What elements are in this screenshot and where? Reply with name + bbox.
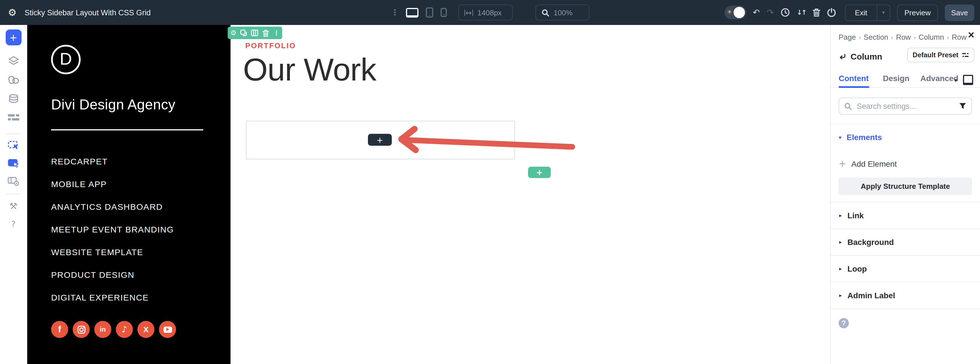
section-admin-label[interactable]: ▸ Admin Label — [830, 282, 980, 309]
click-mode-icon[interactable] — [7, 158, 19, 169]
breadcrumb-inner-row[interactable]: Row — [952, 33, 967, 41]
brand-name: Divi Design Agency — [51, 97, 175, 113]
nav-item-analytics-dashboard[interactable]: ANALYTICS DASHBOARD — [51, 203, 174, 212]
exit-chevron-down-icon[interactable]: ▾ — [877, 9, 890, 15]
search-settings-input[interactable] — [856, 101, 955, 111]
sidebar-nav: REDCARPET MOBILE APP ANALYTICS DASHBOARD… — [51, 157, 174, 302]
linkedin-icon[interactable]: in — [94, 321, 111, 338]
builder-left-toolbar: + — [0, 25, 27, 364]
facebook-icon[interactable]: f — [51, 321, 68, 338]
breadcrumb: Page › Section › Row › Column › Row — [838, 33, 967, 41]
viewport-controls: ⋮ ↔ 1408px 100% — [391, 0, 589, 25]
section-background[interactable]: ▸ Background — [830, 229, 980, 256]
tab-content[interactable]: Content — [838, 74, 869, 83]
trash-icon[interactable] — [813, 8, 821, 17]
breadcrumb-page[interactable]: Page — [838, 33, 856, 41]
sidebar-divider — [51, 129, 203, 130]
panel-sections: ▸ Link ▸ Background ▸ Loop ▸ Admin Label — [830, 202, 980, 309]
instagram-icon[interactable] — [73, 321, 90, 338]
active-tab-underline — [838, 86, 869, 88]
desktop-edit-mode-icon[interactable] — [963, 75, 973, 85]
history-clock-icon[interactable] — [781, 8, 790, 17]
nav-item-digital-experience[interactable]: DIGITAL EXPERIENCE — [51, 293, 174, 302]
phone-view-icon[interactable] — [441, 8, 447, 17]
tabs-chevron-down-icon[interactable]: ▾ — [955, 77, 957, 83]
tiktok-icon[interactable]: ♪ — [116, 321, 133, 338]
columns-icon[interactable] — [251, 30, 259, 36]
section-settings-gear-icon[interactable]: ⚙ — [230, 30, 237, 36]
toggle-knob — [733, 7, 745, 18]
search-icon — [844, 102, 852, 110]
breadcrumb-row[interactable]: Row — [896, 33, 911, 41]
nav-item-meetup-event-branding[interactable]: MEETUP EVENT BRANDING — [51, 225, 174, 234]
add-row-button[interactable]: + — [528, 167, 551, 178]
chevron-right-icon: ▸ — [839, 239, 842, 245]
help-icon[interactable]: ? — [11, 220, 16, 229]
breadcrumb-separator: › — [859, 34, 861, 41]
close-panel-icon[interactable]: × — [968, 30, 974, 40]
width-arrows-icon: ↔ — [465, 9, 473, 16]
shapes-icon[interactable] — [8, 75, 19, 84]
breadcrumb-section[interactable]: Section — [864, 33, 888, 41]
builder-canvas: ⚙ ⋮ PORTFOLIO Our Work + + — [231, 25, 830, 364]
panel-divider — [830, 123, 980, 124]
insert-module-button[interactable]: + — [368, 134, 392, 146]
tab-design[interactable]: Design — [883, 74, 909, 83]
x-twitter-icon[interactable]: X — [137, 321, 154, 338]
portability-power-icon[interactable] — [827, 8, 836, 17]
chevron-right-icon: ▸ — [839, 293, 842, 298]
exit-button[interactable]: Exit — [845, 8, 877, 17]
theme-toggle[interactable]: ☀ — [724, 6, 746, 19]
social-links: f in ♪ X — [51, 321, 176, 338]
builder-actions: ☀ ↶ ↷ ↓↑ Exit ▾ Preview Save — [724, 0, 974, 25]
layout-rows-icon[interactable] — [8, 114, 19, 122]
preview-button[interactable]: Preview — [897, 4, 938, 21]
add-module-button[interactable]: + — [5, 30, 21, 45]
duplicate-icon[interactable] — [240, 30, 247, 36]
drag-handle-dots-icon[interactable]: ⋮ — [391, 7, 399, 17]
redo-icon[interactable]: ↷ — [767, 8, 774, 17]
section-link[interactable]: ▸ Link — [830, 203, 980, 229]
default-preset-button[interactable]: Default Preset — [908, 47, 974, 62]
chevron-right-icon: ▸ — [839, 266, 842, 272]
search-settings-field — [838, 98, 972, 114]
breadcrumb-column[interactable]: Column — [919, 33, 944, 41]
back-arrow-icon[interactable] — [838, 53, 846, 60]
divi-logo: D — [51, 45, 81, 74]
tab-advanced[interactable]: Advanced — [920, 74, 958, 83]
section-drag-dots-icon[interactable]: ⋮ — [274, 30, 280, 36]
apply-structure-template-button[interactable]: Apply Structure Template — [838, 177, 972, 195]
filter-funnel-icon[interactable] — [959, 103, 966, 109]
tools-wrench-icon[interactable]: ⚒ — [10, 202, 18, 211]
save-button[interactable]: Save — [945, 4, 974, 21]
panel-help-icon[interactable]: ? — [838, 318, 849, 328]
layers-icon[interactable] — [8, 56, 19, 65]
page-settings-gear-icon[interactable]: ⚙ — [8, 8, 17, 17]
section-loop[interactable]: ▸ Loop — [830, 256, 980, 282]
eyebrow-text: PORTFOLIO — [245, 41, 296, 50]
delete-section-trash-icon[interactable] — [262, 29, 269, 36]
nav-item-redcarpet[interactable]: REDCARPET — [51, 157, 174, 166]
desktop-view-icon[interactable] — [406, 8, 418, 17]
reorder-arrows-icon[interactable]: ↓↑ — [797, 9, 806, 16]
panel-tabs: Content Design Advanced ▾ — [830, 71, 980, 88]
settings-panel: Page › Section › Row › Column › Row × Co… — [830, 25, 980, 364]
tablet-view-icon[interactable] — [426, 7, 433, 17]
add-element-button[interactable]: + Add Element — [838, 159, 897, 168]
page-heading: Our Work — [243, 52, 376, 87]
canvas-zoom-value: 100% — [554, 8, 573, 17]
youtube-icon[interactable] — [159, 321, 176, 338]
top-bar: ⚙ Sticky Sidebar Layout With CSS Grid ⋮ … — [0, 0, 980, 25]
sun-icon: ☀ — [727, 8, 732, 16]
nav-item-product-design[interactable]: PRODUCT DESIGN — [51, 271, 174, 280]
canvas-zoom-input[interactable]: 100% — [535, 5, 589, 21]
undo-icon[interactable]: ↶ — [752, 8, 760, 17]
nav-item-mobile-app[interactable]: MOBILE APP — [51, 180, 174, 189]
elements-section-header[interactable]: ▾ Elements — [838, 133, 882, 142]
database-icon[interactable] — [8, 94, 19, 103]
nav-item-website-template[interactable]: WEBSITE TEMPLATE — [51, 248, 174, 257]
breadcrumb-separator: › — [913, 34, 916, 41]
preview-box-eye-icon[interactable] — [7, 177, 19, 186]
hover-mode-icon[interactable] — [7, 140, 19, 150]
canvas-width-input[interactable]: ↔ 1408px — [458, 5, 513, 21]
